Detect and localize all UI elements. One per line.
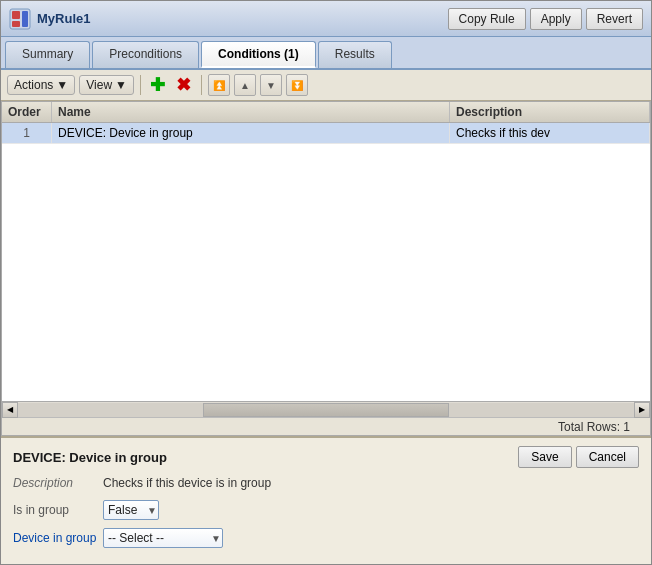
- description-label: Description: [13, 476, 103, 490]
- scroll-track[interactable]: [18, 403, 634, 417]
- detail-panel: DEVICE: Device in group Save Cancel Desc…: [1, 436, 651, 564]
- detail-title: DEVICE: Device in group: [13, 450, 167, 465]
- device-in-group-label: Device in group: [13, 531, 103, 545]
- device-in-group-select[interactable]: -- Select --: [103, 528, 223, 548]
- view-dropdown[interactable]: View ▼: [79, 75, 134, 95]
- conditions-table: Order Name Description 1 DEVICE: Device …: [1, 101, 651, 436]
- window-title: MyRule1: [37, 11, 448, 26]
- apply-button[interactable]: Apply: [530, 8, 582, 30]
- svg-rect-1: [12, 11, 20, 19]
- app-icon: [9, 8, 31, 30]
- is-in-group-wrapper: False True ▼: [103, 500, 159, 520]
- tab-conditions[interactable]: Conditions (1): [201, 41, 316, 68]
- detail-actions: Save Cancel: [518, 446, 639, 468]
- actions-dropdown[interactable]: Actions ▼: [7, 75, 75, 95]
- horizontal-scrollbar[interactable]: ◀ ▶: [2, 401, 650, 417]
- svg-rect-2: [22, 11, 28, 27]
- detail-header: DEVICE: Device in group Save Cancel: [13, 446, 639, 468]
- cell-order: 1: [2, 123, 52, 143]
- title-bar-buttons: Copy Rule Apply Revert: [448, 8, 643, 30]
- scroll-thumb[interactable]: [203, 403, 449, 417]
- total-rows-label: Total Rows: 1: [2, 417, 650, 435]
- table-body: 1 DEVICE: Device in group Checks if this…: [2, 123, 650, 401]
- description-value: Checks if this device is in group: [103, 476, 271, 490]
- col-header-description: Description: [450, 102, 650, 122]
- tab-results[interactable]: Results: [318, 41, 392, 68]
- move-top-button[interactable]: ⏫: [208, 74, 230, 96]
- cell-name: DEVICE: Device in group: [52, 123, 450, 143]
- add-icon: ✚: [150, 76, 165, 94]
- main-content: Actions ▼ View ▼ ✚ ✖ ⏫ ▲ ▼ ⏬ Order: [1, 70, 651, 564]
- device-in-group-row: Device in group -- Select -- ▼: [13, 528, 639, 548]
- toolbar-separator-2: [201, 75, 202, 95]
- save-button[interactable]: Save: [518, 446, 571, 468]
- is-in-group-select[interactable]: False True: [103, 500, 159, 520]
- col-header-name: Name: [52, 102, 450, 122]
- toolbar-separator-1: [140, 75, 141, 95]
- actions-dropdown-arrow: ▼: [56, 78, 68, 92]
- title-bar: MyRule1 Copy Rule Apply Revert: [1, 1, 651, 37]
- move-down-button[interactable]: ▼: [260, 74, 282, 96]
- is-in-group-row: Is in group False True ▼: [13, 500, 639, 520]
- copy-rule-button[interactable]: Copy Rule: [448, 8, 526, 30]
- revert-button[interactable]: Revert: [586, 8, 643, 30]
- table-header: Order Name Description: [2, 102, 650, 123]
- cancel-button[interactable]: Cancel: [576, 446, 639, 468]
- toolbar: Actions ▼ View ▼ ✚ ✖ ⏫ ▲ ▼ ⏬: [1, 70, 651, 101]
- delete-button[interactable]: ✖: [173, 74, 195, 96]
- scroll-left-button[interactable]: ◀: [2, 402, 18, 418]
- cell-description: Checks if this dev: [450, 123, 650, 143]
- actions-label: Actions: [14, 78, 53, 92]
- device-in-group-wrapper: -- Select -- ▼: [103, 528, 223, 548]
- tab-preconditions[interactable]: Preconditions: [92, 41, 199, 68]
- view-label: View: [86, 78, 112, 92]
- svg-rect-3: [12, 21, 20, 27]
- description-row: Description Checks if this device is in …: [13, 476, 639, 490]
- col-header-order: Order: [2, 102, 52, 122]
- view-dropdown-arrow: ▼: [115, 78, 127, 92]
- tab-bar: Summary Preconditions Conditions (1) Res…: [1, 37, 651, 70]
- is-in-group-label: Is in group: [13, 503, 103, 517]
- table-row[interactable]: 1 DEVICE: Device in group Checks if this…: [2, 123, 650, 144]
- add-button[interactable]: ✚: [147, 74, 169, 96]
- main-window: MyRule1 Copy Rule Apply Revert Summary P…: [0, 0, 652, 565]
- move-bottom-button[interactable]: ⏬: [286, 74, 308, 96]
- tab-summary[interactable]: Summary: [5, 41, 90, 68]
- scroll-right-button[interactable]: ▶: [634, 402, 650, 418]
- move-up-button[interactable]: ▲: [234, 74, 256, 96]
- delete-icon: ✖: [176, 76, 191, 94]
